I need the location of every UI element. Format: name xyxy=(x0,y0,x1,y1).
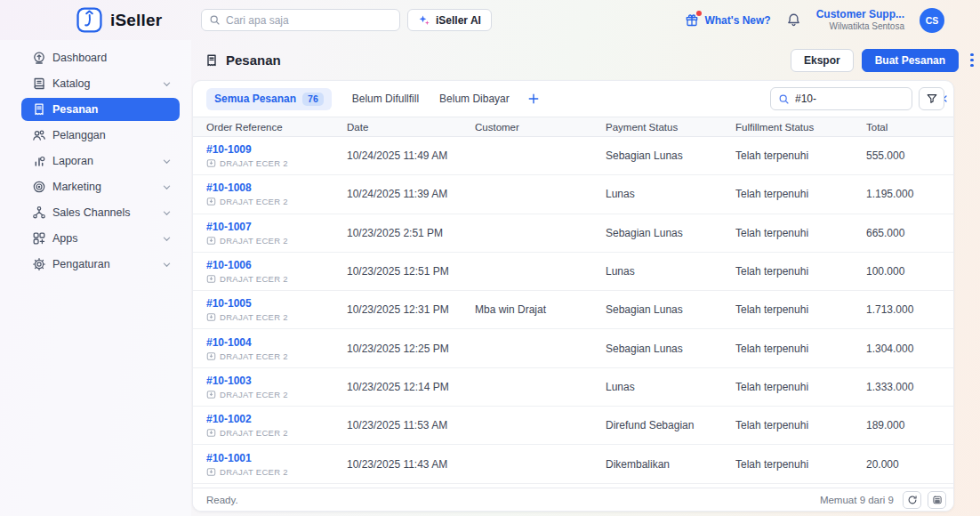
sidebar-item-pesanan[interactable]: Pesanan xyxy=(21,98,180,121)
order-customer xyxy=(475,407,606,445)
orders-search-input[interactable] xyxy=(795,93,933,105)
table-row[interactable]: #10-1004DRAJAT ECER 210/23/2025 12:25 PM… xyxy=(193,329,953,367)
payment-status: Sebagian Lunas xyxy=(606,214,735,252)
bell-icon[interactable] xyxy=(786,12,801,28)
channel-icon xyxy=(206,312,216,322)
order-total: 100.000 xyxy=(866,252,953,290)
page-title: Pesanan xyxy=(226,52,281,68)
create-order-button[interactable]: Buat Pesanan xyxy=(862,49,959,72)
col-customer[interactable]: Customer xyxy=(475,117,606,137)
chevron-down-icon xyxy=(162,208,172,218)
order-reference-link[interactable]: #10-1007 xyxy=(206,221,252,233)
order-total: 1.713.000 xyxy=(866,291,953,329)
table-row[interactable]: #10-1008DRAJAT ECER 210/24/2025 11:39 AM… xyxy=(193,175,953,214)
channel-icon xyxy=(206,197,216,206)
col-fulfillment-status[interactable]: Fulfillment Status xyxy=(735,117,866,137)
order-customer xyxy=(475,367,606,406)
global-search[interactable] xyxy=(201,9,400,31)
order-customer xyxy=(475,175,606,214)
tab-semua-pesanan[interactable]: Semua Pesanan 76 xyxy=(206,88,332,110)
iseller-logo[interactable]: iSeller xyxy=(76,7,162,33)
account-menu[interactable]: Customer Supp... Wilwatikta Sentosa xyxy=(816,8,904,33)
add-tab-icon[interactable] xyxy=(527,93,540,105)
orders-card: Semua Pesanan 76 Belum Difullfill Belum … xyxy=(192,80,954,512)
page-actions: Ekspor Buat Pesanan xyxy=(791,40,977,80)
order-channel-label: DRAJAT ECER 2 xyxy=(220,158,288,168)
table-row[interactable]: #10-1002DRAJAT ECER 210/23/2025 11:53 AM… xyxy=(193,407,953,445)
table-row[interactable]: #10-1001DRAJAT ECER 210/23/2025 11:43 AM… xyxy=(193,445,953,483)
order-date: 10/23/2025 12:25 PM xyxy=(347,329,475,367)
pesanan-icon xyxy=(32,102,46,117)
chevron-down-icon xyxy=(162,79,172,89)
order-reference-link[interactable]: #10-1001 xyxy=(206,452,252,464)
order-total: 555.000 xyxy=(866,137,953,175)
order-reference-link[interactable]: #10-1004 xyxy=(206,336,252,349)
sidebar-item-apps[interactable]: Apps xyxy=(21,227,180,250)
orders-table: Order Reference Date Customer Payment St… xyxy=(193,117,953,484)
tab-belum-dibayar[interactable]: Belum Dibayar xyxy=(439,93,510,105)
avatar[interactable]: CS xyxy=(920,8,944,33)
payment-status: Lunas xyxy=(606,175,735,214)
orders-table-body: #10-1009DRAJAT ECER 210/24/2025 11:49 AM… xyxy=(193,137,953,484)
fulfillment-status: Telah terpenuhi xyxy=(735,291,866,329)
order-reference-link[interactable]: #10-1002 xyxy=(206,413,252,425)
sales-channels-icon xyxy=(32,206,46,220)
sidebar-item-katalog[interactable]: Katalog xyxy=(21,72,180,95)
table-row[interactable]: #10-1003DRAJAT ECER 210/23/2025 12:14 PM… xyxy=(193,367,953,406)
iseller-ai-button[interactable]: iSeller AI xyxy=(407,9,492,31)
chevron-down-icon xyxy=(162,260,172,270)
order-channel-label: DRAJAT ECER 2 xyxy=(220,390,288,399)
refresh-button[interactable] xyxy=(903,491,921,509)
table-row[interactable]: #10-1009DRAJAT ECER 210/24/2025 11:49 AM… xyxy=(193,137,953,175)
order-reference-link[interactable]: #10-1006 xyxy=(206,259,252,271)
sidebar-item-pengaturan[interactable]: Pengaturan xyxy=(21,253,180,276)
table-row[interactable]: #10-1005DRAJAT ECER 210/23/2025 12:31 PM… xyxy=(193,291,953,329)
fulfillment-status: Telah terpenuhi xyxy=(735,445,866,483)
receipt-list-icon xyxy=(932,495,943,505)
sidebar-item-marketing[interactable]: Marketing xyxy=(21,175,180,198)
sidebar-item-laporan[interactable]: Laporan xyxy=(21,149,180,173)
orders-search[interactable] xyxy=(770,87,912,110)
ai-button-label: iSeller AI xyxy=(436,14,481,27)
table-row[interactable]: #10-1006DRAJAT ECER 210/23/2025 12:51 PM… xyxy=(193,252,953,290)
order-date: 10/23/2025 12:14 PM xyxy=(347,367,475,406)
order-total: 1.304.000 xyxy=(866,329,953,367)
fulfillment-status: Telah terpenuhi xyxy=(735,252,866,290)
order-date: 10/23/2025 12:51 PM xyxy=(347,252,475,290)
order-channel: DRAJAT ECER 2 xyxy=(206,274,347,284)
export-button[interactable]: Ekspor xyxy=(791,49,854,72)
payment-status: Sebagian Lunas xyxy=(606,329,735,367)
order-reference-link[interactable]: #10-1008 xyxy=(206,181,252,194)
topbar-right: What's New? Customer Supp... Wilwatikta … xyxy=(685,0,944,40)
more-options-icon[interactable] xyxy=(967,49,977,72)
fulfillment-status: Telah terpenuhi xyxy=(735,214,866,252)
app-window: iSeller iSeller AI xyxy=(0,0,980,516)
order-reference-link[interactable]: #10-1009 xyxy=(206,143,252,156)
col-total[interactable]: Total xyxy=(866,117,953,137)
layout-button[interactable] xyxy=(928,491,946,509)
sidebar-item-dashboard[interactable]: Dashboard xyxy=(21,46,180,69)
col-order-reference[interactable]: Order Reference xyxy=(193,117,347,137)
sidebar-item-pelanggan[interactable]: Pelanggan xyxy=(21,124,180,147)
sidebar-item-label: Marketing xyxy=(52,181,101,193)
global-search-input[interactable] xyxy=(226,14,392,27)
table-row[interactable]: #10-1007DRAJAT ECER 210/23/2025 2:51 PMS… xyxy=(193,214,953,252)
col-payment-status[interactable]: Payment Status xyxy=(606,117,735,137)
order-channel: DRAJAT ECER 2 xyxy=(206,197,347,206)
tab-belum-difullfill[interactable]: Belum Difullfill xyxy=(352,93,419,105)
whats-new-button[interactable]: What's New? xyxy=(685,13,770,28)
dashboard-icon xyxy=(32,51,46,65)
sidebar-item-sales-channels[interactable]: Sales Channels xyxy=(21,201,180,224)
col-date[interactable]: Date xyxy=(347,117,475,137)
sidebar-item-label: Pengaturan xyxy=(52,258,110,270)
order-total: 665.000 xyxy=(866,214,953,252)
order-channel-label: DRAJAT ECER 2 xyxy=(220,236,288,246)
order-reference-link[interactable]: #10-1003 xyxy=(206,375,252,387)
order-channel: DRAJAT ECER 2 xyxy=(206,428,347,438)
fulfillment-status: Telah terpenuhi xyxy=(735,137,866,175)
gift-icon xyxy=(685,13,699,28)
filter-button[interactable] xyxy=(919,87,944,110)
tab-count-badge: 76 xyxy=(302,93,324,106)
order-reference-link[interactable]: #10-1005 xyxy=(206,297,252,310)
search-icon xyxy=(778,93,790,105)
